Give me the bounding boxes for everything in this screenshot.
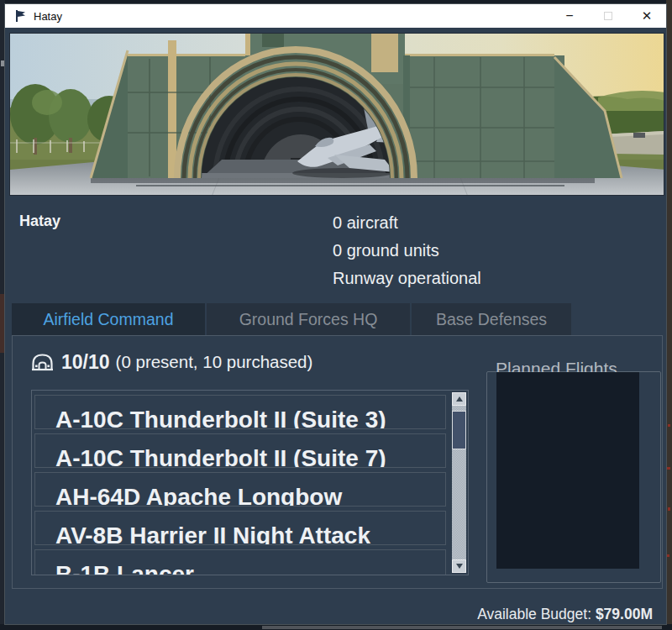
maximize-icon	[604, 12, 612, 20]
budget-value: $79.00M	[596, 606, 653, 622]
background-app-edge-right	[666, 0, 672, 630]
flag-icon	[14, 9, 27, 23]
background-artifact	[668, 424, 670, 427]
window-title: Hatay	[34, 10, 62, 23]
scroll-down-button[interactable]	[452, 559, 466, 573]
list-item[interactable]: A-10C Thunderbolt II (Suite 3)	[34, 395, 446, 429]
planned-flights-group: Planned Flights	[486, 371, 661, 583]
tab-bar: Airfield Command Ground Forces HQ Base D…	[12, 303, 573, 335]
scrollbar[interactable]	[452, 392, 466, 573]
list-item[interactable]: AH-64D Apache Longbow	[34, 472, 446, 507]
aircraft-list[interactable]: A-10C Thunderbolt II (Suite 3) A-10C Thu…	[31, 390, 469, 575]
scroll-thumb[interactable]	[452, 411, 466, 449]
background-artifact	[667, 554, 669, 557]
airbase-photo	[9, 33, 664, 196]
list-item-label: B-1B Lancer	[35, 550, 445, 575]
title-bar: Hatay − ✕	[5, 4, 666, 28]
hangar-icon	[31, 352, 54, 375]
list-item-label: A-10C Thunderbolt II (Suite 7)	[35, 434, 445, 468]
close-button[interactable]: ✕	[627, 4, 666, 28]
base-stats: 0 aircraft 0 ground units Runway operati…	[333, 209, 481, 292]
ground-units-count: 0 ground units	[333, 237, 481, 265]
aircraft-shelter	[91, 34, 622, 178]
tab-content-pane: 10/10 (0 present, 10 purchased) A-10C Th…	[12, 335, 663, 589]
hangar-scene	[10, 34, 664, 196]
background-scrollbar	[262, 626, 662, 629]
aircraft-count: 0 aircraft	[333, 209, 481, 237]
tab-ground-forces-hq[interactable]: Ground Forces HQ	[207, 303, 410, 335]
tab-airfield-command[interactable]: Airfield Command	[12, 303, 205, 335]
list-item-label: AV-8B Harrier II Night Attack	[35, 512, 445, 545]
aircraft-capacity: 10/10	[61, 351, 110, 374]
base-name-label: Hatay	[19, 213, 60, 230]
list-item[interactable]: A-10C Thunderbolt II (Suite 7)	[34, 433, 446, 468]
list-item-label: A-10C Thunderbolt II (Suite 3)	[35, 396, 445, 429]
list-item[interactable]: AV-8B Harrier II Night Attack	[34, 511, 446, 545]
triangle-down-icon	[456, 564, 463, 569]
scroll-up-button[interactable]	[452, 392, 466, 406]
runway-status: Runway operational	[333, 265, 481, 292]
background-artifact	[668, 507, 670, 511]
maximize-button	[589, 4, 627, 28]
dialog-body: Hatay 0 aircraft 0 ground units Runway o…	[5, 28, 666, 626]
hatay-base-dialog: Hatay − ✕	[4, 3, 667, 625]
available-budget: Available Budget: $79.00M	[477, 606, 653, 623]
planned-flights-list[interactable]	[496, 372, 639, 569]
minimize-button[interactable]: −	[550, 4, 589, 28]
budget-label: Available Budget:	[477, 606, 596, 622]
list-item-label: AH-64D Apache Longbow	[35, 473, 445, 507]
tab-base-defenses[interactable]: Base Defenses	[412, 303, 571, 335]
screen: Hatay − ✕	[0, 0, 672, 630]
triangle-up-icon	[456, 396, 463, 402]
aircraft-capacity-note: (0 present, 10 purchased)	[116, 352, 313, 372]
hangar-capacity-line: 10/10 (0 present, 10 purchased)	[31, 349, 312, 375]
background-artifact	[667, 467, 670, 470]
list-item[interactable]: B-1B Lancer	[34, 549, 446, 575]
